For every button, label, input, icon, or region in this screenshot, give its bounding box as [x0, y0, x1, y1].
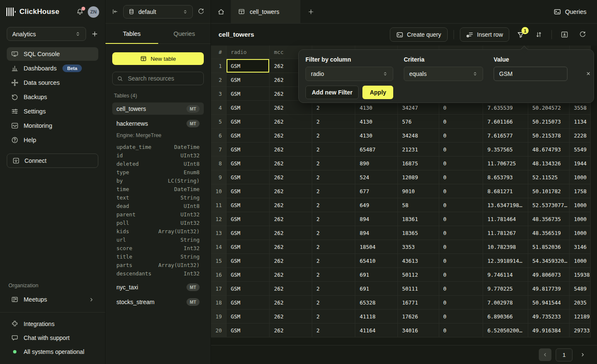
- table-item-stocks-stream[interactable]: stocks_stream MT: [112, 296, 204, 308]
- table-cell[interactable]: 894: [355, 212, 398, 226]
- table-cell[interactable]: 17626: [398, 310, 439, 324]
- table-cell[interactable]: 0: [439, 156, 484, 170]
- sidebar-item-all-systems-operational[interactable]: All systems operational: [7, 345, 98, 358]
- notifications-bell-icon[interactable]: [76, 8, 84, 16]
- table-cell[interactable]: 41164: [355, 324, 398, 337]
- sidebar-item-dashboards[interactable]: DashboardsBeta: [7, 62, 98, 75]
- table-cell[interactable]: 1944: [570, 156, 591, 170]
- table-cell[interactable]: 49.817739: [528, 282, 570, 296]
- sidebar-item-data-sources[interactable]: Data sources: [7, 76, 98, 89]
- table-cell[interactable]: 890: [355, 156, 398, 170]
- table-cell[interactable]: 1134: [570, 115, 591, 129]
- current-page[interactable]: 1: [556, 348, 573, 361]
- table-cell[interactable]: 18504: [355, 240, 398, 254]
- table-cell[interactable]: 262: [270, 296, 312, 310]
- table-cell[interactable]: 0: [439, 254, 484, 268]
- table-cell[interactable]: 691: [355, 282, 398, 296]
- column-header[interactable]: #: [211, 46, 227, 59]
- sidebar-item-help[interactable]: Help: [7, 133, 98, 147]
- table-cell[interactable]: 65410: [355, 254, 398, 268]
- table-cell[interactable]: 6.890366: [483, 310, 528, 324]
- table-cell[interactable]: 16771: [398, 296, 439, 310]
- table-cell[interactable]: 50.101782: [528, 184, 570, 198]
- table-cell[interactable]: 48.674793: [528, 143, 570, 156]
- table-cell[interactable]: 58: [398, 198, 439, 212]
- table-cell[interactable]: 3353: [398, 240, 439, 254]
- table-cell[interactable]: 29733: [570, 324, 591, 337]
- table-cell[interactable]: GSM: [227, 101, 270, 115]
- sidebar-item-sql-console[interactable]: SQL Console: [7, 47, 98, 61]
- connect-button[interactable]: Connect: [7, 154, 98, 168]
- table-cell[interactable]: 2228: [570, 129, 591, 143]
- sidebar-item-monitoring[interactable]: Monitoring: [7, 119, 98, 132]
- table-cell[interactable]: 9.746114: [483, 268, 528, 282]
- create-query-button[interactable]: Create query: [390, 27, 448, 42]
- close-filter-icon[interactable]: [583, 70, 594, 77]
- table-cell[interactable]: 50.215073: [528, 115, 570, 129]
- table-cell[interactable]: 0: [439, 115, 484, 129]
- prev-page-button[interactable]: [539, 348, 551, 361]
- filter-button[interactable]: 1: [514, 27, 527, 42]
- table-cell[interactable]: 12089: [398, 170, 439, 184]
- filter-criteria-select[interactable]: equals: [404, 67, 483, 81]
- table-cell[interactable]: 8.681271: [483, 184, 528, 198]
- add-workspace-button[interactable]: [91, 30, 98, 38]
- next-page-button[interactable]: [577, 348, 589, 361]
- table-cell[interactable]: 0: [439, 310, 484, 324]
- table-cell[interactable]: 49.735233: [528, 310, 570, 324]
- filter-value-input[interactable]: [494, 67, 567, 81]
- table-cell[interactable]: 48.134326: [528, 156, 570, 170]
- table-cell[interactable]: 262: [270, 156, 312, 170]
- new-table-button[interactable]: New table: [112, 52, 204, 65]
- selected-cell[interactable]: GSM: [227, 59, 270, 73]
- insert-row-button[interactable]: Insert row: [460, 27, 509, 42]
- avatar[interactable]: ZN: [88, 6, 99, 18]
- table-cell[interactable]: 262: [270, 212, 312, 226]
- table-cell[interactable]: 12189: [570, 310, 591, 324]
- sidebar-item-backups[interactable]: Backups: [7, 90, 98, 104]
- sidebar-item-settings[interactable]: Settings: [7, 105, 98, 118]
- sidebar-item-chat-with-support[interactable]: Chat with support: [7, 332, 98, 344]
- sidebar-item-integrations[interactable]: Integrations: [7, 318, 98, 330]
- table-cell[interactable]: 262: [270, 310, 312, 324]
- apply-filter-button[interactable]: Apply: [362, 86, 393, 99]
- table-cell[interactable]: 3146: [570, 240, 591, 254]
- refresh-tables-icon[interactable]: [197, 8, 205, 15]
- table-cell[interactable]: 2035: [570, 296, 591, 310]
- column-header[interactable]: radio: [227, 46, 270, 59]
- table-cell[interactable]: 576: [398, 115, 439, 129]
- table-cell[interactable]: 9010: [398, 184, 439, 198]
- table-cell[interactable]: 52.11525: [528, 170, 570, 184]
- filter-column-select[interactable]: radio: [305, 67, 393, 81]
- table-item-cell-towers[interactable]: cell_towers MT: [112, 102, 204, 115]
- table-cell[interactable]: 2: [312, 296, 356, 310]
- table-cell[interactable]: 262: [270, 184, 312, 198]
- table-cell[interactable]: 2: [312, 310, 356, 324]
- table-cell[interactable]: 1000: [570, 212, 591, 226]
- refresh-button[interactable]: [576, 27, 589, 42]
- table-cell[interactable]: 262: [270, 268, 312, 282]
- table-cell[interactable]: 2: [312, 226, 356, 240]
- tab-tables[interactable]: Tables: [105, 24, 158, 43]
- table-cell[interactable]: 18365: [398, 226, 439, 240]
- table-cell[interactable]: 48.356519: [528, 226, 570, 240]
- table-cell[interactable]: GSM: [227, 184, 270, 198]
- table-cell[interactable]: 894: [355, 226, 398, 240]
- table-cell[interactable]: 21231: [398, 143, 439, 156]
- table-cell[interactable]: GSM: [227, 73, 270, 87]
- table-cell[interactable]: GSM: [227, 156, 270, 170]
- table-cell[interactable]: GSM: [227, 296, 270, 310]
- search-input[interactable]: [127, 75, 199, 82]
- table-cell[interactable]: 262: [270, 240, 312, 254]
- table-cell[interactable]: 15938: [570, 268, 591, 282]
- table-cell[interactable]: 0: [439, 324, 484, 337]
- table-cell[interactable]: 262: [270, 254, 312, 268]
- table-cell[interactable]: GSM: [227, 87, 270, 101]
- table-cell[interactable]: 0: [439, 240, 484, 254]
- table-cell[interactable]: 49.916384: [528, 324, 570, 337]
- table-cell[interactable]: GSM: [227, 170, 270, 184]
- table-cell[interactable]: 0: [439, 198, 484, 212]
- table-cell[interactable]: 2: [312, 254, 356, 268]
- table-cell[interactable]: 4130: [355, 129, 398, 143]
- table-cell[interactable]: 1000: [570, 254, 591, 268]
